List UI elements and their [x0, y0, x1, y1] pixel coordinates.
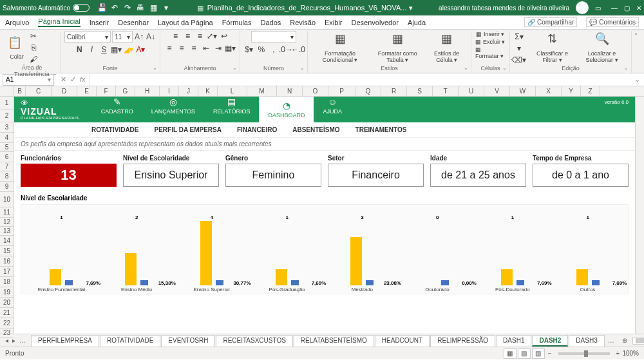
tab-inserir[interactable]: Inserir [90, 19, 109, 26]
align-top-icon[interactable]: ≡ [170, 31, 180, 41]
new-icon[interactable]: ▦ [149, 3, 158, 12]
conditional-formatting-button[interactable]: ▦Formatação Condicional ▾ [312, 33, 368, 64]
italic-icon[interactable]: I [86, 44, 97, 55]
currency-icon[interactable]: $▾ [244, 44, 254, 55]
row-header[interactable]: 18 [0, 277, 14, 287]
decrease-decimal-icon[interactable]: ←.0 [293, 44, 303, 55]
tab-formulas[interactable]: Fórmulas [222, 19, 252, 26]
column-header[interactable]: X [536, 86, 562, 96]
bold-icon[interactable]: N [74, 44, 84, 55]
tab-desenhar[interactable]: Desenhar [118, 19, 149, 26]
sheet-nav-first-icon[interactable]: ◂ [5, 337, 8, 344]
align-right-icon[interactable]: ≡ [189, 43, 199, 53]
subnav-item[interactable]: ROTATIVIDADE [91, 126, 139, 133]
row-header[interactable]: 13 [0, 227, 14, 236]
sheet-tab[interactable]: DASH3 [569, 335, 604, 347]
column-header[interactable]: S [407, 86, 433, 96]
cell-styles-button[interactable]: ▦Estilos de Célula ▾ [426, 33, 467, 64]
sheet-tab[interactable]: EVENTOSRH [161, 335, 215, 347]
column-header[interactable]: K [198, 86, 218, 96]
sheet-nav-more-icon[interactable]: … [19, 337, 26, 344]
cancel-formula-icon[interactable]: ✕ [61, 75, 66, 84]
column-header[interactable]: R [381, 86, 407, 96]
row-header[interactable]: 10 [0, 192, 14, 207]
sheet-tab[interactable]: RELATABSENTEÍSMO [294, 335, 374, 347]
row-header[interactable]: 22 [0, 318, 14, 329]
column-header[interactable]: Q [355, 86, 381, 96]
delete-cells-button[interactable]: ▦ Excluir ▾ [475, 39, 505, 45]
nav-relatórios[interactable]: ▤RELATÓRIOS [204, 97, 259, 122]
sheet-tab[interactable]: PERFILEMPRESA [31, 335, 99, 347]
collapse-ribbon-icon[interactable]: ˄ [632, 31, 640, 73]
column-header[interactable]: V [484, 86, 510, 96]
subnav-item[interactable]: ABSENTEÍSMO [292, 126, 339, 133]
merge-icon[interactable]: ▦▾ [225, 43, 236, 53]
column-header[interactable]: I [160, 86, 179, 96]
format-cells-button[interactable]: ▦ Formatar ▾ [475, 46, 506, 59]
nav-lançamentos[interactable]: ◎LANÇAMENTOS [142, 97, 204, 122]
row-header[interactable]: 9 [0, 182, 14, 192]
format-as-table-button[interactable]: ▦Formatar como Tabela ▾ [371, 33, 424, 64]
comma-icon[interactable]: , [269, 44, 279, 55]
sheet-tab[interactable]: RELIMPRESSÃO [430, 335, 495, 347]
subnav-item[interactable]: FINANCEIRO [237, 126, 277, 133]
tab-pagina-inicial[interactable]: Página Inicial [38, 17, 80, 27]
increase-decimal-icon[interactable]: .0→ [281, 44, 291, 55]
normal-view-button[interactable]: ▦ [504, 348, 516, 359]
row-header[interactable]: 5 [0, 143, 14, 152]
align-bottom-icon[interactable]: ≡ [194, 31, 205, 41]
horizontal-scrollbar[interactable]: ▸ [632, 337, 644, 345]
nav-ajuda[interactable]: ☺AJUDA [314, 97, 351, 122]
subnav-item[interactable]: PERFIL DA EMPERSA [155, 126, 222, 133]
column-header[interactable]: H [135, 86, 160, 96]
fill-icon[interactable]: ▾ [514, 43, 524, 53]
tab-dados[interactable]: Dados [260, 19, 281, 26]
undo-icon[interactable]: ↶ [110, 3, 119, 12]
percent-icon[interactable]: % [256, 44, 267, 55]
zoom-out-button[interactable]: − [548, 350, 552, 357]
sheet-nav-prev-icon[interactable]: ▸ [12, 337, 15, 344]
fill-color-icon[interactable]: ◢▾ [123, 44, 133, 55]
border-icon[interactable]: ▦▾ [111, 44, 121, 55]
row-header[interactable]: 4 [0, 133, 14, 143]
vertical-scrollbar[interactable] [635, 97, 644, 334]
minimize-button[interactable]: — [611, 5, 618, 12]
column-header[interactable]: D [52, 86, 77, 96]
subnav-item[interactable]: TREINAMENTOS [355, 126, 407, 133]
tab-exibir[interactable]: Exibir [325, 19, 343, 26]
sheet-tab[interactable]: RECEITASXCUSTOS [216, 335, 292, 347]
zoom-in-button[interactable]: + [616, 350, 620, 357]
insert-cells-button[interactable]: ▦ Inserir ▾ [476, 31, 504, 37]
sheet-tab[interactable]: ROTATIVIDADE [100, 335, 160, 347]
row-header[interactable]: 19 [0, 287, 14, 298]
column-header[interactable]: G [116, 86, 135, 96]
row-header[interactable]: 20 [0, 298, 14, 308]
column-header[interactable]: B [14, 86, 26, 96]
row-header[interactable]: 2 [0, 110, 14, 122]
page-break-view-button[interactable]: ▥ [532, 348, 545, 359]
orientation-icon[interactable]: ⤢▾ [207, 31, 217, 41]
paste-button[interactable]: 📋 Colar [8, 35, 26, 60]
row-header[interactable]: 16 [0, 256, 14, 267]
wrap-text-icon[interactable]: ↩ [219, 31, 229, 41]
column-header[interactable]: U [459, 86, 484, 96]
redo-icon[interactable]: ↷ [123, 3, 132, 12]
formula-input[interactable] [90, 74, 630, 86]
share-button[interactable]: 🔗 Compartilhar [524, 17, 577, 27]
column-header[interactable]: C [26, 86, 52, 96]
close-button[interactable]: ✕ [636, 5, 641, 12]
increase-font-icon[interactable]: A↑ [134, 32, 144, 42]
align-center-icon[interactable]: ≡ [176, 43, 187, 53]
enter-formula-icon[interactable]: ✓ [70, 75, 76, 84]
row-header[interactable]: 3 [0, 122, 14, 133]
autosave-toggle[interactable]: Salvamento Automático [3, 4, 90, 12]
row-header[interactable]: 11 [0, 207, 14, 218]
maximize-button[interactable]: ▢ [624, 5, 630, 12]
column-header[interactable]: F [97, 86, 116, 96]
worksheet-area[interactable]: 👁 VIZUAL PLANILHAS EMPRESARIAIS ✎CADASTR… [14, 97, 635, 334]
find-select-button[interactable]: 🔍Localizar e Selecionar ▾ [576, 33, 627, 64]
sheet-tab[interactable]: HEADCOUNT [375, 335, 430, 347]
column-header[interactable]: N [277, 86, 303, 96]
increase-indent-icon[interactable]: ⇥ [213, 43, 223, 53]
clear-icon[interactable]: ⌫▾ [514, 55, 524, 65]
